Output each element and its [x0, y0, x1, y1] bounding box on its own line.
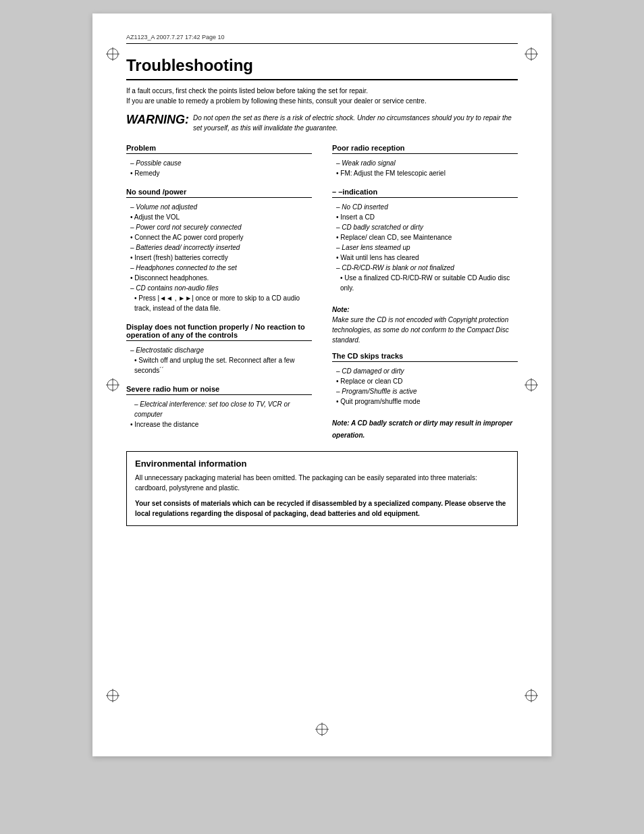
- reg-mark-bl: [106, 689, 119, 702]
- warning-label: WARNING:: [126, 113, 189, 127]
- radio-hum-cause-1: Electrical interference: set too close t…: [126, 399, 312, 419]
- intro-section: If a fault occurs, first check the point…: [126, 86, 518, 106]
- no-sound-cause-4: Headphones connected to the set: [126, 263, 312, 273]
- poor-radio-title: Poor radio reception: [332, 144, 518, 154]
- no-sound-cause-2: Power cord not securely connected: [126, 222, 312, 232]
- cd-ind-remedy-2: Replace/ clean CD, see Maintenance: [332, 232, 518, 242]
- cd-indication-title: – –indication: [332, 188, 518, 198]
- cd-skips-section: The CD skips tracks CD damaged or dirty …: [332, 352, 518, 407]
- cd-ind-remedy-3: Wait until lens has cleared: [332, 253, 518, 263]
- note2-box: Note: A CD badly scratch or dirty may re…: [332, 416, 518, 440]
- no-sound-remedy-5: Press |◄◄ , ►►| once or more to skip to …: [126, 293, 312, 313]
- no-sound-remedy-2: Connect the AC power cord properly: [126, 232, 312, 242]
- no-sound-title: No sound /power: [126, 188, 312, 198]
- radio-hum-section: Severe radio hum or noise Electrical int…: [126, 385, 312, 429]
- intro-line-1: If a fault occurs, first check the point…: [126, 86, 518, 96]
- display-section: Display does not function properly / No …: [126, 323, 312, 375]
- no-sound-cause-5: CD contains non-audio files: [126, 283, 312, 293]
- radio-hum-title: Severe radio hum or noise: [126, 385, 312, 395]
- note1-box: Note: Make sure the CD is not encoded wi…: [332, 303, 518, 345]
- problem-cause: Possible cause: [126, 158, 312, 168]
- warning-box: WARNING: Do not open the set as there is…: [126, 113, 518, 133]
- warning-text: Do not open the set as there is a risk o…: [193, 113, 518, 133]
- left-column: Problem Possible cause Remedy No sound /…: [126, 144, 312, 440]
- cd-indication-section: – –indication No CD inserted Insert a CD…: [332, 188, 518, 293]
- no-sound-remedy-4: Disconnect headphones.: [126, 273, 312, 283]
- reg-mark-br: [525, 689, 538, 702]
- note2-text: Note: A CD badly scratch or dirty may re…: [332, 419, 512, 439]
- cd-ind-remedy-4: Use a finalized CD-R/CD-RW or suitable C…: [332, 273, 518, 293]
- environmental-bold: Your set consists of materials which can…: [135, 498, 509, 519]
- display-title: Display does not function properly / No …: [126, 323, 312, 341]
- no-sound-section: No sound /power Volume not adjusted Adju…: [126, 188, 312, 313]
- cd-skips-remedy-1: Replace or clean CD: [332, 376, 518, 386]
- reg-mark-mc: [315, 723, 329, 736]
- poor-radio-remedy-1: FM: Adjust the FM telescopic aeriel: [332, 168, 518, 178]
- reg-mark-tr: [525, 47, 538, 61]
- cd-skips-remedy-2: Quit program/shuffle mode: [332, 396, 518, 407]
- problem-title: Problem: [126, 144, 312, 154]
- cd-ind-cause-2: CD badly scratched or dirty: [332, 222, 518, 232]
- cd-skips-cause-1: CD damaged or dirty: [332, 366, 518, 376]
- no-sound-remedy-1: Adjust the VOL: [126, 212, 312, 222]
- cd-ind-cause-1: No CD inserted: [332, 202, 518, 212]
- note1-text: Make sure the CD is not encoded with Cop…: [332, 315, 518, 345]
- page: AZ1123_A 2007.7.27 17:42 Page 10 Trouble…: [92, 14, 552, 756]
- reg-mark-ml: [106, 378, 119, 392]
- poor-radio-section: Poor radio reception Weak radio signal F…: [332, 144, 518, 178]
- problem-remedy: Remedy: [126, 168, 312, 178]
- header-text: AZ1123_A 2007.7.27 17:42 Page 10: [126, 34, 225, 41]
- display-cause-1: Electrostatic discharge: [126, 345, 312, 355]
- page-header: AZ1123_A 2007.7.27 17:42 Page 10: [126, 34, 518, 44]
- environmental-box: Environmental information All unnecessar…: [126, 451, 518, 526]
- cd-ind-remedy-1: Insert a CD: [332, 212, 518, 222]
- note1-title: Note:: [332, 306, 350, 313]
- intro-line-2: If you are unable to remedy a problem by…: [126, 96, 518, 106]
- radio-hum-remedy-1: Increase the distance: [126, 419, 312, 429]
- no-sound-cause-1: Volume not adjusted: [126, 202, 312, 212]
- cd-ind-cause-3: Laser lens steamed up: [332, 242, 518, 253]
- environmental-text: All unnecessary packaging material has b…: [135, 473, 509, 493]
- cd-skips-title: The CD skips tracks: [332, 352, 518, 362]
- poor-radio-cause-1: Weak radio signal: [332, 158, 518, 168]
- main-content: Problem Possible cause Remedy No sound /…: [126, 144, 518, 440]
- page-title: Troubleshooting: [126, 56, 518, 80]
- reg-mark-mr: [525, 378, 538, 392]
- no-sound-remedy-3: Insert (fresh) batteries correctly: [126, 253, 312, 263]
- no-sound-cause-3: Batteries dead/ incorrectly inserted: [126, 242, 312, 253]
- problem-section: Problem Possible cause Remedy: [126, 144, 312, 178]
- environmental-title: Environmental information: [135, 459, 509, 469]
- cd-ind-cause-4: CD-R/CD-RW is blank or not finalized: [332, 263, 518, 273]
- display-remedy-1: Switch off and unplug the set. Reconnect…: [126, 355, 312, 375]
- reg-mark-tl: [106, 47, 119, 61]
- cd-skips-cause-2: Program/Shuffle is active: [332, 386, 518, 396]
- right-column: Poor radio reception Weak radio signal F…: [332, 144, 518, 440]
